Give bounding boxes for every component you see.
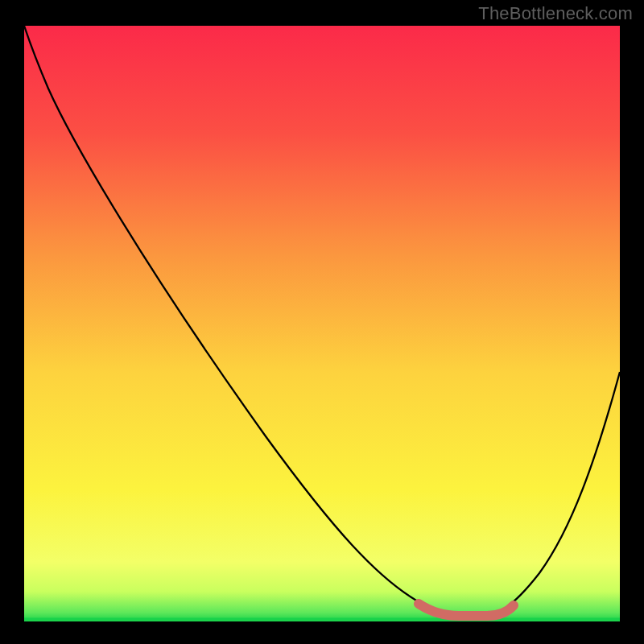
chart-frame: TheBottleneck.com <box>0 0 644 644</box>
watermark-text: TheBottleneck.com <box>478 3 633 24</box>
plot-area <box>24 26 620 621</box>
gradient-bg <box>24 26 620 621</box>
plot-svg <box>24 26 620 621</box>
